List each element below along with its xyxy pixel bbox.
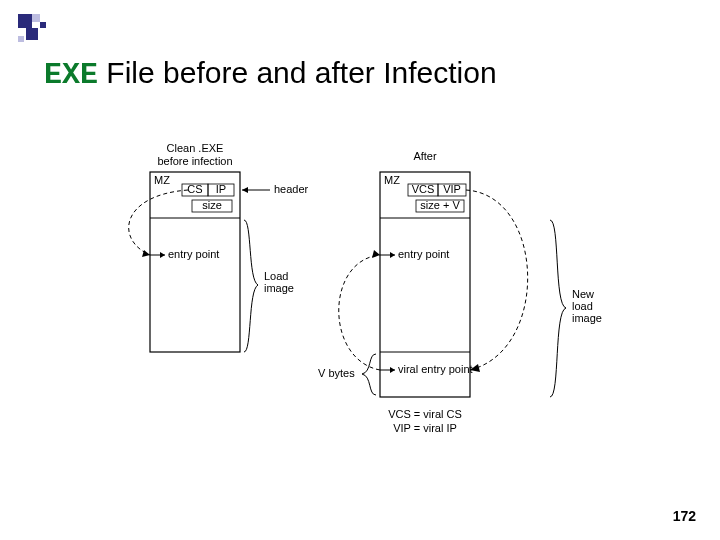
right-nli-l3: image [572,312,602,324]
svg-marker-17 [372,250,380,258]
legend-line2: VIP = viral IP [393,422,457,434]
legend-line1: VCS = viral CS [388,408,462,420]
left-load-image-brace [244,220,258,352]
exe-infection-diagram: Clean .EXE before infection MZ CS IP siz… [120,140,620,460]
right-size: size + V [420,199,460,211]
right-new-load-image-brace [550,220,566,397]
right-vcs: VCS [412,183,435,195]
right-nli-l2: load [572,300,593,312]
vbytes-brace [362,354,376,395]
left-size: size [202,199,222,211]
svg-marker-15 [390,367,395,373]
svg-marker-3 [242,187,248,193]
left-caption-line1: Clean .EXE [167,142,224,154]
left-jump-curve [129,190,188,255]
right-nli-l1: New [572,288,594,300]
left-box [150,172,240,352]
left-mz: MZ [154,174,170,186]
vbytes-label: V bytes [318,367,355,379]
left-cs: CS [187,183,202,195]
left-header-label: header [274,183,309,195]
slide-title: EXE File before and after Infection [44,56,497,92]
svg-marker-5 [160,252,165,258]
left-caption-line2: before infection [157,155,232,167]
svg-marker-13 [390,252,395,258]
title-rest: File before and after Infection [98,56,497,89]
left-load-image-l1: Load [264,270,288,282]
page-number: 172 [673,508,696,524]
right-caption: After [413,150,437,162]
left-ip: IP [216,183,226,195]
left-load-image-l2: image [264,282,294,294]
right-mz: MZ [384,174,400,186]
title-exe: EXE [44,58,98,92]
right-entry-point: entry point [398,248,449,260]
right-viral-entry-point: viral entry point [398,363,473,375]
left-entry-point: entry point [168,248,219,260]
right-jump-to-viral [466,190,528,370]
slide-corner-decoration [18,14,58,42]
right-jump-to-original [339,255,380,370]
right-vip: VIP [443,183,461,195]
